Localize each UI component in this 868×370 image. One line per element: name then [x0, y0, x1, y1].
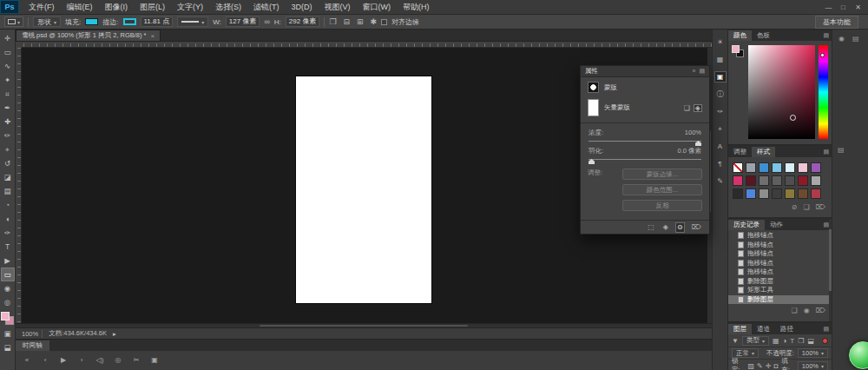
shape-width-field[interactable]: 127 像素 [226, 17, 260, 27]
menu-item[interactable]: 选择(S) [209, 0, 247, 14]
panel-tab[interactable]: 图层 [728, 324, 752, 334]
filter-toggle-switch[interactable] [822, 338, 828, 344]
panel-tab[interactable]: 通道 [752, 324, 775, 334]
stroke-color-swatch[interactable] [123, 18, 136, 25]
tool-preset-picker[interactable]: ▾ [4, 17, 23, 27]
collapse-panel-icon[interactable]: » [692, 68, 695, 75]
timeline-control-icon[interactable]: › [77, 356, 86, 364]
tool-button[interactable]: T [1, 240, 15, 254]
fill-opacity-select[interactable]: 100%▾ [798, 361, 828, 370]
panel-tab[interactable]: 调整 [728, 147, 752, 157]
style-swatch[interactable] [785, 188, 795, 199]
foreground-background-swatches[interactable] [1, 312, 14, 325]
history-state-row[interactable]: 拖移锚点 [728, 241, 832, 250]
panel-menu-icon[interactable]: ▤ [823, 32, 829, 39]
adjust-button[interactable]: 反相 [622, 200, 702, 211]
collapsed-panel-icon[interactable]: ✑ [714, 106, 727, 117]
tool-button[interactable]: ✚ [1, 115, 15, 129]
panel-menu-icon[interactable]: ▤ [823, 221, 829, 228]
lock-option-icon[interactable]: ✎ [757, 362, 763, 370]
collapsed-panel-icon[interactable]: ☀ [714, 36, 727, 48]
collapsed-panel-icon[interactable]: ✎ [714, 175, 727, 187]
color-panel-swatches[interactable] [732, 45, 744, 57]
feather-value[interactable]: 0.0 像素 [677, 147, 701, 155]
menu-item[interactable]: 3D(D) [286, 0, 319, 14]
tool-button[interactable]: ⌖ [1, 142, 15, 156]
window-control-button[interactable]: □ [836, 1, 851, 14]
tool-button[interactable]: ▶ [1, 254, 15, 268]
properties-panel-header[interactable]: 属性 » ▤ [581, 66, 709, 77]
workspace-switcher-button[interactable]: 基本功能 [815, 16, 858, 29]
strip-menu-icon[interactable]: ▤ [838, 146, 845, 154]
layer-filter-icon[interactable]: ❒ [798, 337, 804, 345]
path-option-icon[interactable]: ⊟ [343, 17, 350, 26]
layer-filter-icon[interactable]: ◑ [783, 337, 787, 345]
tool-button[interactable]: ▭ [1, 268, 15, 281]
hue-slider[interactable] [819, 45, 828, 139]
window-control-button[interactable]: — [821, 1, 836, 14]
adjust-button[interactable]: 颜色范围... [622, 184, 702, 195]
collapsed-panel-icon[interactable]: ¶ [714, 158, 727, 169]
lock-option-icon[interactable]: ◘ [773, 362, 778, 370]
style-swatch[interactable] [772, 162, 782, 173]
timeline-tab[interactable]: 时间轴 [16, 340, 49, 351]
history-footer-icon[interactable]: ⌦ [816, 307, 825, 314]
tool-button[interactable]: ∿ [1, 59, 15, 73]
path-option-icon[interactable]: ✱ [371, 17, 378, 26]
feather-slider-thumb[interactable] [589, 159, 595, 164]
history-state-row[interactable]: 删除图层 [728, 277, 832, 287]
toolbar-mode-button[interactable]: ⬓ [1, 340, 15, 354]
tool-button[interactable]: ✦ [1, 73, 15, 87]
collapsed-panel-icon[interactable]: ▦ [714, 54, 727, 65]
tool-button[interactable]: ◎ [1, 295, 15, 309]
color-field-marker[interactable] [790, 115, 796, 121]
stroke-width-field[interactable]: 11.81 点 [141, 17, 174, 27]
style-swatch[interactable] [772, 188, 782, 199]
style-swatch[interactable] [759, 162, 769, 173]
styles-footer-icon[interactable]: ❏ [804, 203, 810, 211]
style-swatch[interactable] [733, 175, 743, 186]
style-swatch[interactable] [746, 162, 756, 173]
align-edges-checkbox[interactable] [381, 19, 387, 25]
style-swatch[interactable] [772, 175, 782, 186]
history-state-row[interactable]: 拖移锚点 [728, 259, 832, 268]
timeline-control-icon[interactable]: ▣ [150, 356, 159, 364]
panel-tab[interactable]: 色板 [752, 30, 775, 41]
menu-item[interactable]: 图像(I) [99, 0, 135, 14]
vector-mask-thumbnail[interactable] [588, 99, 599, 116]
strip-icon[interactable]: ▤ [852, 35, 859, 43]
timeline-control-icon[interactable]: ◁) [95, 356, 104, 364]
tool-button[interactable]: ◪ [1, 170, 15, 184]
add-vector-mask-icon[interactable]: ◈ [694, 104, 702, 112]
ruler-origin[interactable] [16, 42, 22, 48]
density-slider[interactable] [589, 141, 701, 142]
style-swatch[interactable] [785, 162, 795, 173]
panel-tab[interactable]: 路径 [775, 324, 799, 334]
add-pixel-mask-icon[interactable]: ❏ [684, 104, 690, 112]
timeline-control-icon[interactable]: ▶ [59, 356, 68, 364]
history-footer-icon[interactable]: ◉ [804, 307, 810, 314]
status-popup-arrow-icon[interactable]: ▸ [113, 330, 116, 338]
style-swatch[interactable] [733, 188, 743, 199]
hue-slider-marker[interactable] [820, 53, 825, 57]
history-state-row[interactable]: 拖移锚点 [728, 231, 832, 241]
tool-button[interactable]: ⌗ [1, 87, 15, 101]
foreground-color-swatch[interactable] [732, 45, 740, 53]
foreground-color-swatch[interactable] [1, 312, 10, 320]
style-swatch[interactable] [733, 162, 743, 173]
panel-menu-icon[interactable]: ▤ [823, 326, 829, 333]
scrollbar-thumb[interactable] [260, 325, 469, 327]
menu-item[interactable]: 视图(V) [319, 0, 357, 14]
scrollbar-thumb[interactable] [829, 229, 832, 291]
timeline-control-icon[interactable]: ◎ [114, 356, 122, 364]
history-scrollbar[interactable] [829, 219, 832, 321]
lock-option-icon[interactable]: ✛ [766, 362, 772, 370]
collapsed-panel-icon[interactable]: ▣ [714, 71, 727, 83]
panel-menu-icon[interactable]: ▤ [823, 149, 829, 155]
style-swatch[interactable] [759, 175, 769, 186]
history-state-row[interactable]: 删除图层 [728, 295, 832, 305]
opacity-select[interactable]: 100%▾ [798, 348, 828, 358]
tool-button[interactable]: ▭ [1, 45, 15, 59]
properties-footer-icon[interactable]: ⊙ [675, 222, 685, 233]
menu-item[interactable]: 编辑(E) [61, 0, 99, 14]
